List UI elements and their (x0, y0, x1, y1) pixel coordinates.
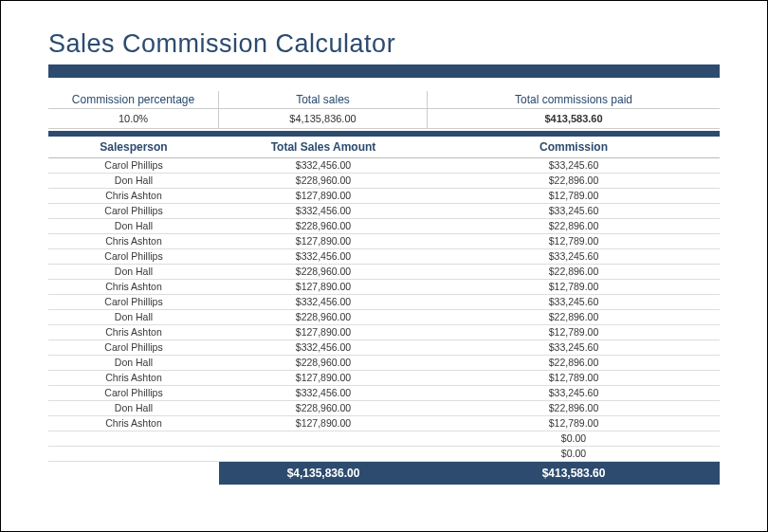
cell-amount: $332,456.00 (219, 295, 428, 309)
totals-amount: $4,135,836.00 (219, 462, 428, 485)
table-row: Carol Phillips$332,456.00$33,245.60 (48, 340, 720, 356)
cell-commission: $33,245.60 (428, 249, 720, 264)
title-divider-bar (48, 64, 720, 78)
cell-amount (219, 431, 428, 446)
table-row: Chris Ashton$127,890.00$12,789.00 (48, 280, 720, 295)
table-row: Don Hall$228,960.00$22,896.00 (48, 401, 720, 416)
summary-value-row: 10.0% $4,135,836.00 $413,583.60 (48, 108, 720, 129)
cell-salesperson: Don Hall (48, 310, 219, 324)
cell-salesperson: Carol Phillips (48, 158, 219, 173)
summary-value-total-commissions: $413,583.60 (428, 108, 720, 128)
cell-commission: $33,245.60 (428, 340, 720, 355)
table-row: Carol Phillips$332,456.00$33,245.60 (48, 249, 720, 265)
table-header-commission: Commission (428, 137, 720, 157)
cell-commission: $12,789.00 (428, 371, 720, 385)
cell-amount: $228,960.00 (219, 356, 428, 370)
table-header-salesperson: Salesperson (48, 137, 219, 157)
cell-amount: $332,456.00 (219, 204, 428, 218)
cell-amount: $127,890.00 (219, 234, 428, 248)
cell-commission: $12,789.00 (428, 280, 720, 294)
cell-amount: $228,960.00 (219, 310, 428, 324)
cell-commission: $33,245.60 (428, 295, 720, 309)
cell-salesperson: Carol Phillips (48, 340, 219, 355)
cell-salesperson (48, 431, 219, 446)
cell-salesperson: Don Hall (48, 356, 219, 370)
cell-salesperson: Don Hall (48, 401, 219, 415)
table-row: Chris Ashton$127,890.00$12,789.00 (48, 234, 720, 249)
cell-amount: $228,960.00 (219, 401, 428, 415)
cell-salesperson: Chris Ashton (48, 325, 219, 339)
table-row: Don Hall$228,960.00$22,896.00 (48, 219, 720, 234)
cell-salesperson: Don Hall (48, 265, 219, 279)
cell-commission: $33,245.60 (428, 386, 720, 400)
table-row: Don Hall$228,960.00$22,896.00 (48, 265, 720, 280)
table-row: Chris Ashton$127,890.00$12,789.00 (48, 416, 720, 431)
cell-salesperson: Chris Ashton (48, 189, 219, 203)
cell-amount: $127,890.00 (219, 325, 428, 339)
cell-amount: $127,890.00 (219, 189, 428, 203)
cell-salesperson: Chris Ashton (48, 280, 219, 294)
table-totals-row: $4,135,836.00 $413,583.60 (48, 462, 720, 485)
cell-amount: $228,960.00 (219, 219, 428, 233)
cell-amount: $332,456.00 (219, 340, 428, 355)
table-header-amount: Total Sales Amount (219, 137, 428, 157)
cell-salesperson: Carol Phillips (48, 295, 219, 309)
cell-commission: $22,896.00 (428, 310, 720, 324)
cell-amount: $332,456.00 (219, 158, 428, 173)
cell-commission: $12,789.00 (428, 189, 720, 203)
cell-amount (219, 447, 428, 461)
table-row: Carol Phillips$332,456.00$33,245.60 (48, 158, 720, 174)
table-row: Don Hall$228,960.00$22,896.00 (48, 310, 720, 325)
cell-commission: $12,789.00 (428, 416, 720, 431)
totals-commission: $413,583.60 (428, 462, 720, 485)
cell-amount: $228,960.00 (219, 174, 428, 188)
page-title: Sales Commission Calculator (48, 29, 720, 59)
table-row: Chris Ashton$127,890.00$12,789.00 (48, 371, 720, 386)
summary-header-commission-pct: Commission percentage (48, 91, 219, 108)
table-row: Chris Ashton$127,890.00$12,789.00 (48, 189, 720, 204)
cell-commission: $33,245.60 (428, 158, 720, 173)
cell-amount: $332,456.00 (219, 386, 428, 400)
table-row: Don Hall$228,960.00$22,896.00 (48, 174, 720, 189)
cell-commission: $33,245.60 (428, 204, 720, 218)
table-row: $0.00 (48, 431, 720, 447)
cell-commission: $22,896.00 (428, 174, 720, 188)
cell-commission: $0.00 (428, 431, 720, 446)
summary-header-total-commissions: Total commissions paid (428, 91, 720, 108)
table-body: Carol Phillips$332,456.00$33,245.60Don H… (48, 158, 720, 462)
summary-header-total-sales: Total sales (219, 91, 428, 108)
summary-value-total-sales: $4,135,836.00 (219, 108, 428, 128)
cell-salesperson: Don Hall (48, 174, 219, 188)
table-row: Chris Ashton$127,890.00$12,789.00 (48, 325, 720, 340)
cell-commission: $22,896.00 (428, 265, 720, 279)
cell-salesperson: Carol Phillips (48, 204, 219, 218)
cell-salesperson: Chris Ashton (48, 234, 219, 248)
cell-commission: $12,789.00 (428, 234, 720, 248)
cell-commission: $12,789.00 (428, 325, 720, 339)
cell-amount: $127,890.00 (219, 280, 428, 294)
cell-commission: $22,896.00 (428, 401, 720, 415)
table-row: Carol Phillips$332,456.00$33,245.60 (48, 204, 720, 219)
cell-amount: $127,890.00 (219, 416, 428, 431)
summary-value-commission-pct: 10.0% (48, 108, 219, 128)
cell-commission: $22,896.00 (428, 219, 720, 233)
table-header-row: Salesperson Total Sales Amount Commissio… (48, 137, 720, 158)
cell-salesperson: Chris Ashton (48, 416, 219, 431)
cell-amount: $332,456.00 (219, 249, 428, 264)
cell-salesperson (48, 447, 219, 461)
table-row: $0.00 (48, 447, 720, 462)
cell-amount: $228,960.00 (219, 265, 428, 279)
cell-salesperson: Chris Ashton (48, 371, 219, 385)
totals-empty-cell (48, 462, 219, 485)
table-row: Don Hall$228,960.00$22,896.00 (48, 356, 720, 371)
table-row: Carol Phillips$332,456.00$33,245.60 (48, 295, 720, 310)
cell-commission: $0.00 (428, 447, 720, 461)
cell-amount: $127,890.00 (219, 371, 428, 385)
summary-header-row: Commission percentage Total sales Total … (48, 91, 720, 108)
cell-salesperson: Carol Phillips (48, 386, 219, 400)
cell-salesperson: Carol Phillips (48, 249, 219, 264)
cell-salesperson: Don Hall (48, 219, 219, 233)
cell-commission: $22,896.00 (428, 356, 720, 370)
table-row: Carol Phillips$332,456.00$33,245.60 (48, 386, 720, 401)
